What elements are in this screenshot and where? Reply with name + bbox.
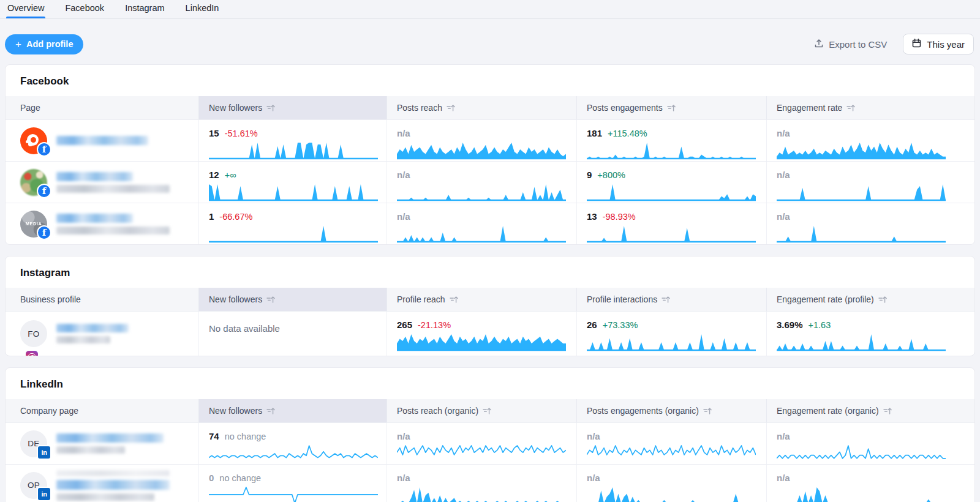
column-header-new-followers[interactable]: New followers: [198, 96, 386, 119]
tab-instagram[interactable]: Instagram: [124, 0, 165, 18]
column-header-engagement-rate[interactable]: Engagement rate: [766, 96, 974, 119]
profile-cell[interactable]: FO: [6, 312, 198, 356]
metric-change: +73.33%: [603, 320, 638, 330]
redacted-profile-name: [56, 324, 129, 343]
column-header-engagement-rate-organic[interactable]: Engagement rate (organic): [766, 399, 974, 422]
metric-cell-posts-reach-organic: n/a: [386, 423, 576, 464]
metric-value: n/a: [777, 170, 790, 180]
column-header-posts-reach[interactable]: Posts reach: [386, 96, 576, 119]
profile-cell[interactable]: f: [6, 162, 198, 203]
metric-cell-new-followers: 0no change: [198, 465, 386, 502]
metric-cell-engagement-rate: n/a: [766, 120, 974, 161]
column-header-profile-reach[interactable]: Profile reach: [386, 288, 576, 311]
redacted-profile-name: [56, 136, 148, 145]
column-header-page: Page: [6, 96, 198, 119]
metric-value: 15: [209, 128, 219, 138]
calendar-icon: [912, 39, 921, 50]
metric-cell-engagement-rate: n/a: [766, 162, 974, 203]
metric-value: n/a: [397, 431, 410, 441]
column-header-engagement-rate-profile[interactable]: Engagement rate (profile): [766, 288, 974, 311]
linkedin-section-title: LinkedIn: [6, 368, 974, 399]
metric-change: +∞: [225, 170, 236, 180]
sparkline-chart: [209, 141, 378, 160]
tab-overview[interactable]: Overview: [6, 0, 45, 18]
sparkline-chart: [209, 225, 378, 243]
metric-cell-profile-reach: 265-21.13%: [386, 312, 576, 356]
sparkline-chart: [777, 486, 946, 502]
column-header-profile-interactions[interactable]: Profile interactions: [576, 288, 766, 311]
add-profile-label: Add profile: [26, 39, 74, 49]
instagram-section-card: Instagram Business profile New followers…: [5, 256, 975, 356]
metric-value: n/a: [777, 431, 790, 441]
sparkline-chart: [587, 141, 756, 160]
metric-cell-posts-engagements-organic: n/a: [576, 423, 766, 464]
sparkline-chart: [587, 183, 756, 201]
column-header-posts-engagements-organic[interactable]: Posts engagements (organic): [576, 399, 766, 422]
column-header-posts-engagements[interactable]: Posts engagements: [576, 96, 766, 119]
no-data-label: No data available: [209, 323, 280, 334]
top-tab-bar: Overview Facebook Instagram LinkedIn: [0, 0, 980, 19]
metric-cell-new-followers: 1-66.67%: [198, 203, 386, 244]
metric-cell-posts-reach: n/a: [386, 203, 576, 244]
toolbar: + Add profile Export to CSV This year: [5, 34, 974, 54]
profile-cell[interactable]: OP in: [6, 465, 198, 502]
metric-value: 9: [587, 170, 592, 180]
sparkline-chart: [587, 333, 756, 351]
sort-icon: [450, 295, 459, 304]
metric-value: 181: [587, 128, 602, 138]
export-to-csv-button[interactable]: Export to CSV: [814, 39, 887, 50]
sparkline-chart: [777, 333, 946, 351]
redacted-profile-name: [56, 214, 170, 234]
sparkline-chart: [777, 444, 946, 463]
metric-value: n/a: [777, 211, 790, 222]
initials-avatar: FO: [20, 320, 47, 347]
sort-icon: [667, 103, 676, 112]
sparkline-chart: [397, 225, 566, 243]
sparkline-chart: [397, 333, 566, 351]
metric-cell-posts-reach-organic: n/a: [386, 465, 576, 502]
metric-value: 26: [587, 320, 597, 330]
profile-cell[interactable]: DE in: [6, 423, 198, 464]
table-row: f 15-51.61% n/a 181+115.48% n/a: [6, 119, 974, 161]
metric-cell-posts-engagements: 13-98.93%: [576, 203, 766, 244]
metric-value: n/a: [587, 473, 600, 483]
export-label: Export to CSV: [829, 39, 887, 50]
metric-value: 1: [209, 211, 214, 222]
sort-icon: [878, 295, 888, 304]
avatar: f: [20, 169, 47, 196]
metric-value: n/a: [777, 473, 790, 483]
metric-cell-engagement-rate-profile: 3.69%+1.63: [766, 312, 974, 356]
metric-value: 13: [587, 211, 597, 222]
avatar: f: [20, 127, 47, 154]
facebook-table-header: Page New followers Posts reach Posts eng…: [6, 96, 974, 119]
metric-cell-posts-reach: n/a: [386, 162, 576, 203]
metric-change: -21.13%: [418, 320, 451, 330]
table-row: FO No data available 265-21.13% 26+73.33…: [6, 311, 974, 356]
profile-cell[interactable]: MEDIA f: [6, 203, 198, 244]
linkedin-table-header: Company page New followers Posts reach (…: [6, 399, 974, 422]
sparkline-chart: [209, 183, 378, 201]
sparkline-chart: [777, 141, 946, 160]
sparkline-chart: [397, 444, 566, 463]
column-header-posts-reach-organic[interactable]: Posts reach (organic): [386, 399, 576, 422]
metric-change: -98.93%: [603, 212, 636, 222]
table-row: f 12+∞ n/a 9+800% n/a: [6, 161, 974, 203]
column-header-new-followers[interactable]: New followers: [198, 399, 386, 422]
metric-change: +800%: [597, 170, 625, 180]
sort-icon: [662, 295, 671, 304]
redacted-profile-name: [56, 470, 170, 501]
tab-linkedin[interactable]: LinkedIn: [184, 0, 221, 18]
column-header-new-followers[interactable]: New followers: [198, 288, 386, 311]
metric-change: no change: [225, 432, 266, 441]
date-range-button[interactable]: This year: [903, 34, 974, 54]
metric-cell-new-followers: 12+∞: [198, 162, 386, 203]
metric-cell-new-followers: 15-51.61%: [198, 120, 386, 161]
profile-cell[interactable]: f: [6, 120, 198, 161]
metric-cell-posts-reach: n/a: [386, 120, 576, 161]
linkedin-badge-icon: in: [37, 445, 51, 460]
sparkline-chart: [587, 225, 756, 243]
add-profile-button[interactable]: + Add profile: [5, 34, 83, 54]
toolbar-right: Export to CSV This year: [814, 34, 974, 54]
sparkline-chart: [209, 486, 378, 502]
tab-facebook[interactable]: Facebook: [64, 0, 105, 18]
